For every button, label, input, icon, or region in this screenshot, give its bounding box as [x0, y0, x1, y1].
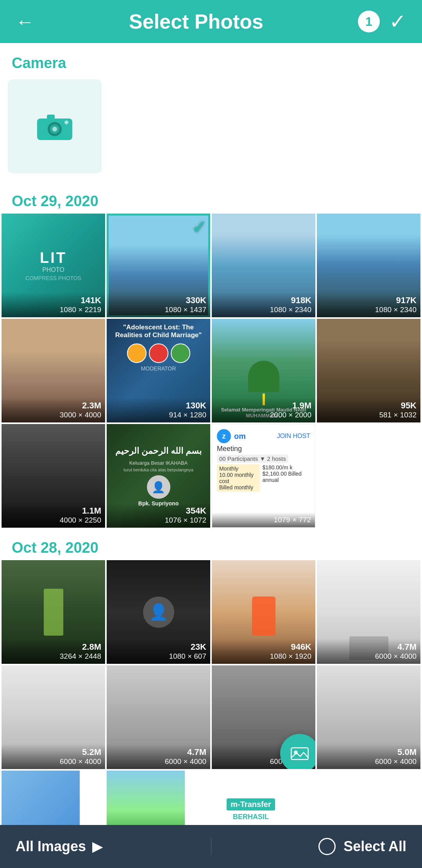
selected-count-badge: 1: [358, 11, 380, 32]
section-oct28: Oct 28, 2020 2.8M 3264 × 2448 👤: [0, 528, 422, 849]
photo-size: 946K: [216, 642, 311, 652]
photo-tile[interactable]: 5.0M 6000 × 4000: [317, 665, 420, 769]
back-button[interactable]: ←: [16, 11, 34, 32]
adol-title: "Adolescent Lost: The Realities of Child…: [111, 323, 206, 340]
photo-size: 2.8M: [5, 642, 101, 652]
photo-dims: 581 × 1032: [321, 411, 417, 419]
photo-info: 130K 914 × 1280: [107, 397, 210, 422]
photo-tile[interactable]: z om JOIN HOST Meeting 00 Participants ▼…: [212, 424, 315, 528]
arrow-icon: ▶: [92, 838, 103, 855]
photo-info: 330K 1080 × 1437: [107, 292, 210, 317]
photo-tile[interactable]: 1.1M 4000 × 2250: [2, 424, 105, 528]
photo-dims: 914 × 1280: [111, 411, 206, 419]
photo-size: 1.1M: [5, 506, 101, 516]
camera-open-button[interactable]: [8, 79, 102, 173]
photo-size: 330K: [111, 295, 206, 306]
photo-info: 1.9M 2000 × 2000: [212, 397, 315, 422]
photo-dims: 1080 × 607: [111, 652, 206, 661]
all-images-button[interactable]: All Images ▶: [0, 838, 211, 855]
camera-icon: [35, 111, 74, 142]
photo-size: 918K: [216, 295, 311, 306]
lit-photo-label: PHOTO: [42, 266, 64, 273]
photo-tile[interactable]: LIT PHOTO COMPRESS PHOTOS 141K 1080 × 22…: [2, 214, 105, 317]
adol-moderator: MODERATOR: [141, 365, 176, 372]
photo-size: 23K: [111, 642, 206, 652]
photo-size: 130K: [111, 401, 206, 411]
photo-info: 1.1M 4000 × 2250: [2, 503, 105, 528]
photo-tile[interactable]: "Adolescent Lost: The Realities of Child…: [107, 319, 210, 422]
photo-tile[interactable]: Selamat Memperingati Maulid NABI MUHAMMA…: [212, 319, 315, 422]
photo-dims: 6000 × 4000: [321, 757, 417, 766]
photo-dims: 4000 × 2250: [5, 516, 101, 525]
photo-tile[interactable]: 2.8M 3264 × 2448: [2, 560, 105, 664]
photo-dims: 6000 × 4000: [111, 757, 206, 766]
photo-dims: 3000 × 4000: [5, 411, 101, 419]
header: ← Select Photos 1 ✓: [0, 0, 422, 43]
photo-tile[interactable]: بسم الله الرحمن الرحيم Keluarga Besar IK…: [107, 424, 210, 528]
photo-dims: 1080 × 2340: [216, 306, 311, 314]
confirm-button[interactable]: ✓: [389, 10, 406, 33]
camera-section-label: Camera: [0, 43, 422, 75]
page-title: Select Photos: [129, 10, 263, 33]
photo-dims: 3264 × 2448: [5, 652, 101, 661]
meeting-label: Meeting: [217, 445, 310, 453]
photo-size: 5.0M: [321, 747, 417, 757]
photo-dims: 1076 × 1072: [111, 516, 206, 525]
section-oct28-label: Oct 28, 2020: [0, 528, 422, 560]
header-right: 1 ✓: [358, 10, 406, 33]
gallery-icon: [290, 745, 309, 762]
select-all-circle: [318, 838, 336, 855]
event-label: Keluarga Besar IKAHABA: [129, 460, 188, 466]
photo-info: 2.8M 3264 × 2448: [2, 639, 105, 664]
photo-size: 1.9M: [216, 401, 311, 411]
photo-size: 4.7M: [111, 747, 206, 757]
photo-info: 354K 1076 × 1072: [107, 503, 210, 528]
photo-tile[interactable]: 4.7M 6000 × 4000: [317, 560, 420, 664]
photo-dims: 2000 × 2000: [216, 411, 311, 419]
photo-tile[interactable]: 917K 1080 × 2340: [317, 214, 420, 317]
photo-tile[interactable]: 5.2M 6000 × 4000: [2, 665, 105, 769]
photo-tile[interactable]: 👤 23K 1080 × 607: [107, 560, 210, 664]
mtransfer-label: m-Transfer: [227, 798, 275, 810]
photo-tile[interactable]: ✓ 330K 1080 × 1437: [107, 214, 210, 317]
photo-info: 1079 × 772: [212, 512, 315, 527]
all-images-label: All Images: [16, 838, 86, 855]
zoom-logo-icon: z: [217, 429, 231, 443]
photo-info: 5.2M 6000 × 4000: [2, 744, 105, 769]
photo-dims: 6000 × 4000: [5, 757, 101, 766]
photo-grid-oct28: 2.8M 3264 × 2448 👤 23K 1080 × 607: [0, 560, 422, 849]
photo-size: 5.2M: [5, 747, 101, 757]
lit-logo: LIT: [40, 250, 67, 266]
photo-dims: 1080 × 2340: [321, 306, 417, 314]
arabic-text: بسم الله الرحمن الرحيم: [115, 445, 202, 457]
participants-label: 00 Participants ▼ 2 hosts: [217, 455, 288, 463]
photo-tile[interactable]: 2.3M 3000 × 4000: [2, 319, 105, 422]
photo-dims: 422 × 868: [5, 306, 101, 314]
photo-tile[interactable]: 946K 1080 × 1920: [212, 560, 315, 664]
photo-info: 23K 1080 × 607: [107, 639, 210, 664]
photo-info: 918K 1080 × 2340: [212, 292, 315, 317]
photo-dims: 1079 × 772: [216, 516, 311, 524]
photo-info: 4.7M 6000 × 4000: [107, 744, 210, 769]
berhasil-label: BERHASIL: [233, 813, 269, 821]
camera-section: Camera: [0, 43, 422, 181]
compress-label: COMPRESS PHOTOS: [25, 275, 81, 281]
photo-info: 917K 1080 × 2340: [317, 292, 420, 317]
photo-info: 95K 581 × 1032: [317, 397, 420, 422]
photo-grid-oct29: LIT PHOTO COMPRESS PHOTOS 141K 1080 × 22…: [0, 214, 422, 528]
check-icon: ✓: [192, 217, 206, 237]
photo-info: 5.0M 6000 × 4000: [317, 744, 420, 769]
zoom-join-host: JOIN HOST: [277, 433, 310, 440]
photo-size: 4.7M: [321, 642, 417, 652]
photo-tile[interactable]: 4.7M 6000 × 4000: [107, 665, 210, 769]
photo-tile[interactable]: 4.3M 6000 × 4000: [212, 665, 315, 769]
select-all-button[interactable]: Select All: [211, 838, 422, 855]
section-oct29-label: Oct 29, 2020: [0, 181, 422, 214]
photo-info: 946K 1080 × 1920: [212, 639, 315, 664]
photo-dims: 1080 × 1437: [111, 306, 206, 314]
photo-tile[interactable]: 918K 1080 × 2340: [212, 214, 315, 317]
photo-size: 141K: [5, 295, 101, 306]
photo-tile[interactable]: 95K 581 × 1032: [317, 319, 420, 422]
main-content: Camera Oct 29, 2020 LIT PHOTO: [0, 43, 422, 868]
svg-rect-6: [291, 748, 308, 760]
